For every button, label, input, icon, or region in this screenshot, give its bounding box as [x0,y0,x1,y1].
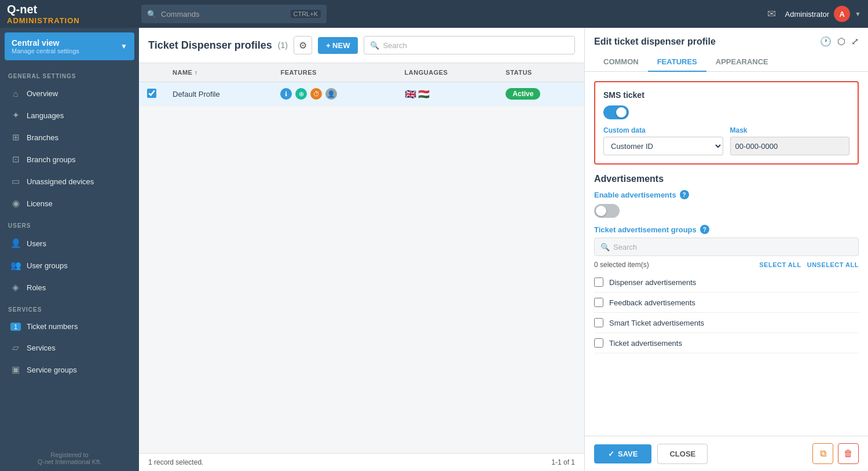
chevron-down-icon: ▼ [120,42,127,50]
list-title: Ticket Dispenser profiles [148,39,272,52]
sidebar-item-languages[interactable]: ✦ Languages [2,105,137,126]
select-all-button[interactable]: SELECT ALL [759,261,801,268]
unassigned-devices-icon: ▭ [10,176,21,187]
sms-ticket-section: SMS ticket Custom data Customer ID Mask [594,81,859,165]
sidebar: Central view Manage central settings ▼ G… [0,28,139,471]
ad-search-bar[interactable]: 🔍 Search [594,238,859,256]
help-icon[interactable]: ? [680,190,689,199]
save-button[interactable]: ✓ SAVE [594,444,651,463]
branches-icon: ⊞ [10,132,21,143]
sidebar-item-branches[interactable]: ⊞ Branches [2,127,137,148]
unselect-all-button[interactable]: UNSELECT ALL [807,261,859,268]
table-footer: 1 record selected. 1-1 of 1 [139,453,584,471]
command-search-bar[interactable]: 🔍 Commands CTRL+K [141,5,327,23]
sms-ticket-toggle[interactable] [603,105,629,119]
feature-icon-clock: ⏱ [310,88,322,100]
col-status: STATUS [497,63,584,82]
table-row[interactable]: Default Profile ℹ ⊕ ⏱ 👤 🇬🇧 🇭🇺 [139,82,584,106]
ad-item-label-smart-ticket: Smart Ticket advertisements [609,319,704,327]
row-name: Default Profile [164,82,272,106]
close-button[interactable]: CLOSE [657,444,708,464]
search-icon: 🔍 [147,10,156,19]
flag-hu: 🇭🇺 [418,89,430,99]
right-panel-title: Edit ticket dispenser profile [594,36,716,47]
ticket-numbers-icon: 1 [10,323,21,331]
header-right: ✉ Administrator A ▼ [767,6,861,22]
feature-icon-globe: ⊕ [295,88,307,100]
avatar[interactable]: A [834,6,850,22]
home-icon: ⌂ [10,89,21,98]
ad-item-ticket[interactable]: Ticket advertisements [594,333,859,353]
service-groups-icon: ▣ [10,364,21,375]
pagination-info: 1-1 of 1 [551,458,575,466]
right-panel-content: SMS ticket Custom data Customer ID Mask [585,72,868,436]
tab-common[interactable]: COMMON [594,53,648,72]
list-search-bar[interactable]: 🔍 Search [364,36,575,54]
sidebar-footer: Registered to Q-net International Kft. [0,446,139,471]
ad-item-smart-ticket[interactable]: Smart Ticket advertisements [594,313,859,333]
sidebar-item-ticket-numbers[interactable]: 1 Ticket numbers [2,317,137,336]
users-icon: 👤 [10,238,21,249]
sidebar-item-license[interactable]: ◉ License [2,193,137,214]
history-icon[interactable]: 🕐 [820,36,832,47]
keyboard-shortcut: CTRL+K [291,10,321,18]
expand-icon[interactable]: ⤢ [851,36,859,47]
ad-item-feedback[interactable]: Feedback advertisements [594,293,859,313]
mail-icon[interactable]: ✉ [767,8,776,20]
central-view-button[interactable]: Central view Manage central settings ▼ [5,32,134,60]
mask-label: Mask [730,126,850,134]
new-button[interactable]: + NEW [318,37,358,54]
right-panel-header: Edit ticket dispenser profile 🕐 ⬡ ⤢ COMM… [585,28,868,72]
selected-info: 1 record selected. [148,458,203,466]
sidebar-item-users[interactable]: 👤 Users [2,233,137,254]
mask-input[interactable] [730,137,850,155]
right-panel-footer: ✓ SAVE CLOSE ⧉ 🗑 [585,436,868,471]
license-icon: ◉ [10,198,21,209]
sms-ticket-label: SMS ticket [603,90,849,100]
logo: Q-net ADMINISTRATION [7,3,80,25]
services-icon: ▱ [10,342,21,353]
advertisements-section: Advertisements Enable advertisements ? T… [594,174,859,353]
sidebar-section-services: SERVICES [0,298,139,316]
row-languages: 🇬🇧 🇭🇺 [397,82,498,106]
branch-groups-icon: ⊡ [10,154,21,165]
ad-checkbox-smart-ticket[interactable] [594,318,603,327]
sidebar-item-unassigned-devices[interactable]: ▭ Unassigned devices [2,171,137,192]
delete-button[interactable]: 🗑 [838,443,859,464]
list-count: (1) [278,41,288,50]
ad-item-label-ticket: Ticket advertisements [609,339,682,348]
sidebar-item-roles[interactable]: ◈ Roles [2,277,137,298]
tab-appearance[interactable]: APPEARANCE [706,53,778,72]
user-name-label: Administrator [785,10,830,19]
chevron-down-icon[interactable]: ▼ [855,10,861,17]
ticket-ad-groups-label: Ticket advertisement groups ? [594,225,859,234]
ad-item-dispenser[interactable]: Dispenser advertisements [594,272,859,293]
custom-data-select[interactable]: Customer ID [603,137,723,155]
help-icon-2[interactable]: ? [700,225,709,234]
user-info: Administrator A ▼ [785,6,861,22]
list-header: Ticket Dispenser profiles (1) ⚙ + NEW 🔍 … [139,28,584,63]
sidebar-item-service-groups[interactable]: ▣ Service groups [2,359,137,380]
tab-features[interactable]: FEATURES [648,53,706,72]
checkmark-icon: ✓ [608,450,614,458]
ad-checkbox-dispenser[interactable] [594,278,603,287]
profiles-table: NAME ↑ FEATURES LANGUAGES STATUS Default… [139,63,584,106]
ad-checkbox-ticket[interactable] [594,338,603,348]
list-panel: Ticket Dispenser profiles (1) ⚙ + NEW 🔍 … [139,28,584,471]
ad-checkbox-feedback[interactable] [594,298,603,307]
feature-icon-info: ℹ [280,88,292,100]
sidebar-item-overview[interactable]: ⌂ Overview [2,83,137,104]
enable-ads-toggle[interactable] [594,204,620,218]
filter-button[interactable]: ⚙ [294,36,312,54]
col-name: NAME ↑ [164,63,272,82]
sidebar-item-branch-groups[interactable]: ⊡ Branch groups [2,149,137,170]
sidebar-item-user-groups[interactable]: 👥 User groups [2,255,137,276]
top-header: Q-net ADMINISTRATION 🔍 Commands CTRL+K ✉… [0,0,868,28]
share-icon[interactable]: ⬡ [837,36,845,47]
main-layout: Central view Manage central settings ▼ G… [0,28,868,471]
ads-title: Advertisements [594,174,859,184]
row-checkbox[interactable] [147,89,156,98]
copy-button[interactable]: ⧉ [812,443,833,464]
sidebar-item-services[interactable]: ▱ Services [2,337,137,358]
col-features: FEATURES [272,63,396,82]
